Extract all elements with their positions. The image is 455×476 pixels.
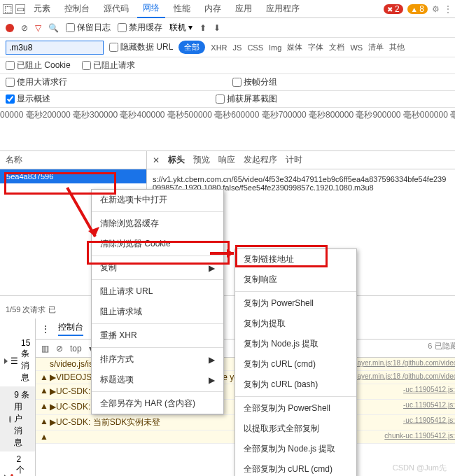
tab-sources[interactable]: 源代码 <box>98 0 134 18</box>
big-rows-checkbox[interactable]: 使用大请求行 <box>6 76 67 88</box>
upload-icon[interactable]: ⬆ <box>200 23 206 33</box>
more-icon[interactable]: ⋮ <box>444 4 452 14</box>
device-icon[interactable]: ▭ <box>15 4 25 14</box>
hide-data-url-checkbox[interactable]: 隐藏数据 URL <box>109 41 173 53</box>
hidden-count: 6 已隐藏 <box>428 341 455 351</box>
tab-memory[interactable]: 内存 <box>199 0 227 18</box>
ctx-block-url[interactable]: 阻止请求 URL <box>92 281 223 302</box>
overview-checkbox[interactable]: 显示概述 <box>6 93 50 105</box>
copy-all-nodejs[interactable]: 全部复制为 Node.js 提取 <box>235 439 356 459</box>
filter-img[interactable]: Img <box>269 43 281 52</box>
copy-all-powershell[interactable]: 全部复制为 PowerShell <box>235 398 356 419</box>
ctx-copy[interactable]: 复制▶ <box>92 258 223 278</box>
tab-console[interactable]: 控制台 <box>59 0 95 18</box>
copy-response[interactable]: 复制响应 <box>235 270 356 290</box>
ctx-block-domain[interactable]: 阻止请求域 <box>92 302 223 322</box>
copy-curl-cmd[interactable]: 复制为 cURL (cmd) <box>235 354 356 374</box>
selected-request-row[interactable]: f5ea4a837596 <box>0 169 146 183</box>
filter-manifest[interactable]: 清单 <box>368 42 384 52</box>
ctx-clear-cookies[interactable]: 清除浏览器 Cookie <box>92 234 223 254</box>
copy-submenu: 复制链接地址 复制响应 复制为 PowerShell 复制为提取 复制为 Nod… <box>234 248 357 476</box>
ctx-open-new-tab[interactable]: 在新选项卡中打开 <box>92 190 223 210</box>
filter-other[interactable]: 其他 <box>389 42 405 52</box>
tab-preview[interactable]: 预览 <box>193 154 210 166</box>
sidebar-toggle-icon[interactable]: ▥ <box>41 344 49 354</box>
settings-icon[interactable]: ⚙ <box>432 4 440 14</box>
filter-doc[interactable]: 文档 <box>329 42 344 52</box>
clear-console-icon[interactable]: ⊘ <box>56 344 63 354</box>
chevron-right-icon: ▶ <box>209 355 215 365</box>
ctx-headers[interactable]: 标题选项▶ <box>92 370 223 390</box>
blocked-requests-checkbox[interactable]: 已阻止请求 <box>82 59 135 71</box>
tab-elements[interactable]: 元素 <box>28 0 56 18</box>
tab-network[interactable]: 网络 <box>137 0 165 18</box>
filter-js[interactable]: JS <box>233 43 242 52</box>
name-column-header[interactable]: 名称 <box>0 151 146 169</box>
tab-initiator[interactable]: 发起程序 <box>244 154 277 166</box>
ctx-save-har[interactable]: 全部另存为 HAR (含内容) <box>92 393 223 414</box>
tab-response[interactable]: 响应 <box>218 154 235 166</box>
tab-headers[interactable]: 标头 <box>168 154 185 166</box>
console-sidebar: ☰15 条消息 9 条用户消息 2 个错误 ▲8 个警告 1 条信息 ✣4 详细 <box>0 318 36 476</box>
copy-all-curl-cmd[interactable]: 全部复制为 cURL (cmd) <box>235 459 356 476</box>
filter-font[interactable]: 字体 <box>308 42 323 52</box>
chevron-right-icon: ▶ <box>209 375 215 385</box>
tab-performance[interactable]: 性能 <box>168 0 196 18</box>
copy-nodejs[interactable]: 复制为 Node.js 提取 <box>235 334 356 354</box>
disable-cache-checkbox[interactable]: 禁用缓存 <box>118 22 162 34</box>
filter-all[interactable]: 全部 <box>178 41 205 54</box>
copy-all-fetch[interactable]: 以提取形式全部复制 <box>235 419 356 439</box>
warn-count-badge[interactable]: ▲ 8 <box>407 4 428 14</box>
copy-fetch[interactable]: 复制为提取 <box>235 314 356 334</box>
context-select[interactable]: top <box>70 344 82 354</box>
request-summary: 1/59 次请求 已 <box>6 304 56 315</box>
filter-icon[interactable]: ▽ <box>35 23 41 33</box>
copy-powershell[interactable]: 复制为 PowerShell <box>235 293 356 314</box>
copy-curl-bash[interactable]: 复制为 cURL (bash) <box>235 374 356 395</box>
tab-timing[interactable]: 计时 <box>286 154 302 166</box>
tab-app[interactable]: 应用程序 <box>260 0 305 18</box>
capture-checkbox[interactable]: 捕获屏幕截图 <box>216 93 277 105</box>
blocked-cookies-checkbox[interactable]: 已阻止 Cookie <box>6 59 71 71</box>
group-checkbox[interactable]: 按帧分组 <box>232 76 277 88</box>
context-menu: 在新选项卡中打开 清除浏览器缓存 清除浏览器 Cookie 复制▶ 阻止请求 U… <box>91 189 224 414</box>
ctx-clear-cache[interactable]: 清除浏览器缓存 <box>92 214 223 234</box>
ctx-replay-xhr[interactable]: 重播 XHR <box>92 326 223 346</box>
search-icon[interactable]: 🔍 <box>48 23 59 33</box>
drawer-more-icon[interactable]: ⋮ <box>41 324 50 334</box>
sidebar-errors[interactable]: 2 个错误 <box>0 451 35 476</box>
chevron-right-icon: ▶ <box>209 263 215 273</box>
filter-ws[interactable]: WS <box>350 43 363 52</box>
filter-media[interactable]: 媒体 <box>287 42 302 52</box>
filter-css[interactable]: CSS <box>247 43 263 52</box>
network-timeline[interactable]: 00000 毫秒200000 毫秒300000 毫秒400000 毫秒50000… <box>0 108 455 151</box>
tab-console2[interactable]: 控制台 <box>58 321 83 336</box>
sidebar-messages[interactable]: ☰15 条消息 <box>0 335 35 386</box>
download-icon[interactable]: ⬇ <box>214 23 220 33</box>
close-details-button[interactable]: ✕ <box>153 155 160 165</box>
error-count-badge[interactable]: ✖ 2 <box>384 4 402 14</box>
watermark: CSDN @Jum先 <box>393 463 447 473</box>
record-button[interactable] <box>6 24 14 32</box>
copy-link-address[interactable]: 复制链接地址 <box>235 249 356 270</box>
throttle-select[interactable]: 联机 ▾ <box>169 22 192 34</box>
tab-application[interactable]: 应用 <box>230 0 258 18</box>
ctx-sort[interactable]: 排序方式▶ <box>92 349 223 370</box>
inspector-icon[interactable]: ⬚ <box>3 4 13 14</box>
sidebar-user[interactable]: 9 条用户消息 <box>0 386 35 451</box>
preserve-log-checkbox[interactable]: 保留日志 <box>66 22 111 34</box>
filter-input[interactable] <box>6 41 104 55</box>
clear-button[interactable]: ⊘ <box>21 23 28 33</box>
filter-xhr[interactable]: XHR <box>211 43 227 52</box>
